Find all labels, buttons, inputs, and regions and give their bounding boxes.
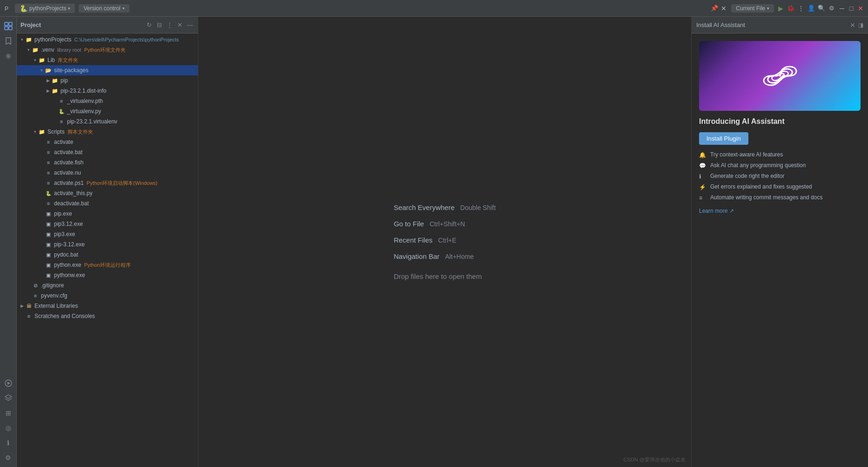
learn-more-link[interactable]: Learn more ↗ [699,208,861,214]
sidebar-item-more[interactable]: ⚙ [2,451,15,464]
tree-pip312-exe[interactable]: ▣ pip3.12.exe [17,219,198,229]
tree-pip3-exe[interactable]: ▣ pip3.exe [17,229,198,239]
ai-panel: Install AI Assistant ✕ ◨ Introducing AI … [691,17,868,467]
tree-gitignore[interactable]: ⊘ .gitignore [17,280,198,291]
titlebar: P 🐍 pythonProjects ▾ Version control ▾ 📌… [0,0,868,17]
tree-activate-this-py[interactable]: 🐍 activate_this.py [17,188,198,198]
file-icon: ≡ [58,119,65,124]
tree-pydoc-bat[interactable]: ▣ pydoc.bat [17,250,198,260]
tree-external-libs[interactable]: ▶ 🏛 External Libraries [17,301,198,311]
folder-icon: 📁 [32,47,39,53]
tree-pip-exe[interactable]: ▣ pip.exe [17,209,198,219]
pip312-exe-label: pip3.12.exe [54,221,83,227]
error-icon: ⚡ [699,184,707,190]
tree-deactivate-bat[interactable]: ≡ deactivate.bat [17,198,198,209]
tree-pip-venv[interactable]: ≡ pip-23.2.1.virtualenv [17,116,198,127]
more-options-icon[interactable]: ⋮ [797,5,805,12]
sidebar-item-issues[interactable]: ◎ [2,421,15,434]
recent-key-label: Ctrl+E [438,237,456,244]
py-icon: 🐍 [45,191,52,196]
tree-pip-dist[interactable]: ▶ 📁 pip-23.2.1.dist-info [17,86,198,96]
tree-activate-ps1[interactable]: ≡ activate.ps1 Python环境启动脚本(Windows) [17,178,198,188]
sidebar-item-info[interactable]: ℹ [2,436,15,449]
tree-lib[interactable]: ▾ 📁 Lib 库文件夹 [17,55,198,65]
activate-this-py-label: activate_this.py [54,190,93,196]
tree-venv[interactable]: ▾ 📁 .venv library root Python环境文件夹 [17,45,198,55]
pin-icon[interactable]: 📌 [711,5,718,12]
sidebar-close-icon[interactable]: ✕ [175,21,184,29]
svg-rect-2 [5,22,8,26]
current-file-tab[interactable]: Current File ▾ [731,4,774,13]
venv-hint-cn: Python环境文件夹 [84,47,126,54]
run-btn[interactable]: ▶ [777,5,784,12]
scratches-icon: ≡ [25,313,33,319]
minimize-btn[interactable]: ─ [838,5,846,12]
bell-icon: 🔔 [699,152,707,158]
sidebar-more-icon[interactable]: ⋮ [165,21,174,29]
tree-pyvenv-cfg[interactable]: ≡ pyvenv.cfg [17,291,198,301]
main-area: ⊕ ⊞ ◎ ℹ ⚙ Project [0,17,868,467]
ai-feature-3: ℹ Generate code right the editor [699,173,861,180]
settings-icon[interactable]: ⚙ [828,5,835,12]
activate-nu-label: activate.nu [54,169,81,176]
ps1-icon: ≡ [45,180,52,186]
ai-intro-title: Introducing AI Assistant [699,117,861,126]
tree-activate[interactable]: ≡ activate [17,137,198,147]
tree-python-exe[interactable]: ▣ python.exe Python环境运行程序 [17,260,198,270]
tree-pip-312-exe[interactable]: ▣ pip-3.12.exe [17,239,198,250]
tree-pip[interactable]: ▶ 📁 pip [17,75,198,86]
close-run-icon[interactable]: ✕ [720,5,727,12]
git-icon: ⊘ [32,283,39,289]
tree-area[interactable]: ▾ 📁 pythonProjects C:\Users\dell\Pycharm… [17,34,198,467]
sidebar-item-project[interactable] [2,20,15,33]
sidebar-item-run[interactable] [2,377,15,390]
project-menu[interactable]: 🐍 pythonProjects ▾ [15,4,75,13]
gitignore-label: .gitignore [41,282,64,289]
sidebar-item-bookmarks[interactable] [2,34,15,47]
profile-icon[interactable]: 👤 [807,5,815,12]
tree-site-packages[interactable]: ▾ 📂 site-packages [17,65,198,75]
tree-venv-pth[interactable]: ≡ _virtualenv.pth [17,96,198,106]
venv-py-label: _virtualenv.py [67,108,101,115]
tree-pythonw-exe[interactable]: ▣ pythonw.exe [17,270,198,280]
debug-btn[interactable]: 🐞 [787,5,794,12]
tree-root[interactable]: ▾ 📁 pythonProjects C:\Users\dell\Pycharm… [17,34,198,45]
install-plugin-btn[interactable]: Install Plugin [699,132,748,145]
sidebar: Project ↻ ⊟ ⋮ ✕ — ▾ 📁 pythonProjects C:\… [17,17,198,467]
activate-ps1-label: activate.ps1 [54,180,84,186]
pip-dist-label: pip-23.2.1.dist-info [61,88,107,94]
collapse-icon[interactable]: ⊟ [155,21,163,29]
tree-scratches[interactable]: ≡ Scratches and Consoles [17,311,198,321]
tree-activate-fish[interactable]: ≡ activate.fish [17,157,198,168]
sp-label: site-packages [54,67,88,74]
tree-venv-py[interactable]: 🐍 _virtualenv.py [17,106,198,116]
folder-icon: 📁 [51,88,59,94]
tree-scripts[interactable]: ▾ 📁 Scripts 脚本文件夹 [17,127,198,137]
ai-close-icon[interactable]: ✕ [850,21,855,29]
app-icon: P [4,5,11,12]
exe-icon: ▣ [45,231,52,237]
tree-activate-nu[interactable]: ≡ activate.nu [17,168,198,178]
sidebar-item-layers[interactable] [2,392,15,405]
sync-icon[interactable]: ↻ [145,21,153,29]
folder-icon: 📁 [51,78,59,84]
ai-header-title: Install AI Assistant [696,21,847,28]
sidebar-item-terminal[interactable]: ⊞ [2,406,15,420]
pip3-exe-label: pip3.exe [54,231,75,237]
sidebar-minimize-icon[interactable]: — [186,21,194,29]
welcome-shortcuts: Search Everywhere Double Shift Go to Fil… [394,203,496,280]
version-control-btn[interactable]: Version control ▾ [79,4,129,13]
chat-icon: 💬 [699,162,707,169]
sidebar-item-plugins[interactable]: ⊕ [2,49,15,62]
close-btn[interactable]: ✕ [857,5,864,12]
svg-rect-3 [9,22,12,26]
ai-feature-list: 🔔 Try context-aware AI features 💬 Ask AI… [699,151,861,201]
ai-content: Introducing AI Assistant Install Plugin … [692,34,868,222]
ai-side-icon[interactable]: ◨ [858,22,863,28]
maximize-btn[interactable]: □ [848,5,855,12]
scripts-arrow: ▾ [32,129,38,134]
tree-activate-bat[interactable]: ≡ activate.bat [17,147,198,157]
scratches-label: Scratches and Consoles [34,313,95,319]
search-icon[interactable]: 🔍 [818,5,825,12]
root-path: C:\Users\dell\PycharmProjects\pythonProj… [74,37,179,42]
